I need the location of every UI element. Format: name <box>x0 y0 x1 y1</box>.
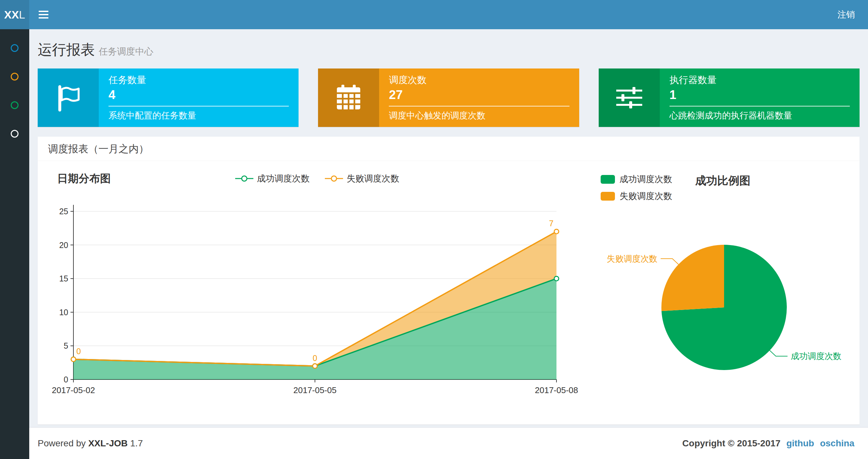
powered-by-text: Powered by <box>38 438 86 448</box>
hamburger-icon <box>39 11 49 12</box>
legend-label: 成功调度次数 <box>257 173 310 185</box>
info-box-description: 系统中配置的任务数量 <box>108 110 289 122</box>
line-chart-head: 日期分布图 成功调度次数 <box>48 170 587 187</box>
legend-swatch-icon <box>601 192 615 201</box>
svg-text:2017-05-02: 2017-05-02 <box>52 385 95 395</box>
svg-text:失败调度次数: 失败调度次数 <box>607 254 657 264</box>
report-panel: 调度报表（一月之内） 日期分布图 成功调度次数 <box>38 137 860 425</box>
svg-text:5: 5 <box>64 341 68 350</box>
svg-text:25: 25 <box>59 207 68 216</box>
info-box-description: 调度中心触发的调度次数 <box>389 110 569 122</box>
info-box-label: 任务数量 <box>108 74 289 87</box>
content-area: 运行报表任务调度中心 任务数量 4 系统中配置的任务数量 <box>29 29 868 427</box>
info-box-executors: 执行器数量 1 心跳检测成功的执行器机器数量 <box>599 68 860 127</box>
page-subtitle: 任务调度中心 <box>99 46 153 57</box>
app-logo[interactable]: XXL <box>0 0 29 29</box>
calendar-icon <box>318 68 379 127</box>
top-navbar: XXL 注销 <box>0 0 868 29</box>
app-logo-light: L <box>19 8 25 21</box>
svg-text:成功调度次数: 成功调度次数 <box>791 351 841 361</box>
version-text: 1.7 <box>130 438 143 448</box>
sliders-icon <box>599 68 660 127</box>
svg-text:2017-05-08: 2017-05-08 <box>535 385 578 395</box>
legend-label: 失败调度次数 <box>619 190 672 202</box>
line-marker-icon <box>324 174 343 183</box>
app-logo-bold: XX <box>4 8 19 21</box>
info-box-jobs: 任务数量 4 系统中配置的任务数量 <box>38 68 299 127</box>
oschina-link[interactable]: oschina <box>820 438 855 449</box>
svg-text:0: 0 <box>76 347 81 356</box>
info-box-label: 执行器数量 <box>670 74 850 87</box>
divider <box>670 106 850 106</box>
legend-item-fail[interactable]: 失败调度次数 <box>324 173 399 185</box>
svg-text:0: 0 <box>313 354 317 363</box>
info-box-content: 执行器数量 1 心跳检测成功的执行器机器数量 <box>660 68 860 127</box>
pie-chart-canvas: 成功调度次数失败调度次数 <box>587 170 850 397</box>
info-box-value: 4 <box>108 88 289 102</box>
logout-link[interactable]: 注销 <box>837 9 855 21</box>
sidebar-item-3[interactable] <box>0 91 29 120</box>
svg-text:20: 20 <box>59 240 68 250</box>
line-marker-icon <box>235 174 254 183</box>
legend-item-success[interactable]: 成功调度次数 <box>601 173 672 185</box>
svg-text:7: 7 <box>549 219 554 228</box>
circle-icon <box>11 44 19 52</box>
line-chart-canvas: 05101520252017-05-022017-05-052017-05-08… <box>48 187 587 395</box>
svg-text:2017-05-05: 2017-05-05 <box>293 385 337 395</box>
svg-text:0: 0 <box>64 375 68 384</box>
date-distribution-chart: 日期分布图 成功调度次数 <box>48 170 587 399</box>
info-box-triggers: 调度次数 27 调度中心触发的调度次数 <box>318 68 579 127</box>
line-chart-legend: 成功调度次数 失败调度次数 <box>48 170 587 185</box>
info-box-value: 1 <box>670 88 850 102</box>
hamburger-icon <box>39 14 49 15</box>
legend-item-fail[interactable]: 失败调度次数 <box>601 190 672 202</box>
brand-text: XXL-JOB <box>88 438 128 448</box>
github-link[interactable]: github <box>786 438 814 449</box>
info-box-row: 任务数量 4 系统中配置的任务数量 <box>29 68 868 127</box>
legend-swatch-icon <box>601 175 615 184</box>
footer-powered: Powered by XXL-JOB 1.7 <box>38 438 143 449</box>
page-title-text: 运行报表 <box>38 41 95 58</box>
flag-icon <box>38 68 99 127</box>
line-chart-title: 日期分布图 <box>57 171 111 186</box>
sidebar-item-4[interactable] <box>0 120 29 148</box>
svg-text:15: 15 <box>59 274 68 283</box>
svg-text:10: 10 <box>59 308 68 317</box>
legend-label: 失败调度次数 <box>347 173 399 185</box>
panel-title: 调度报表（一月之内） <box>38 137 860 161</box>
sidebar-menu <box>0 34 29 148</box>
pie-chart-legend: 成功调度次数 失败调度次数 <box>601 173 672 202</box>
main-footer: Powered by XXL-JOB 1.7 Copyright © 2015-… <box>29 427 868 459</box>
hamburger-icon <box>39 17 49 19</box>
legend-label: 成功调度次数 <box>619 173 672 185</box>
info-box-content: 任务数量 4 系统中配置的任务数量 <box>99 68 299 127</box>
pie-chart-title: 成功比例图 <box>695 173 750 188</box>
page-title: 运行报表任务调度中心 <box>38 40 860 59</box>
navbar-right: 注销 <box>837 0 868 29</box>
circle-icon <box>11 130 19 138</box>
circle-icon <box>11 101 19 109</box>
content-header: 运行报表任务调度中心 <box>29 29 868 68</box>
success-ratio-chart: 成功调度次数 失败调度次数 成功比例图 成功调度次数失败调度次数 <box>587 170 850 399</box>
legend-item-success[interactable]: 成功调度次数 <box>235 173 310 185</box>
circle-icon <box>11 73 19 80</box>
info-box-label: 调度次数 <box>389 74 569 87</box>
copyright-text: Copyright © 2015-2017 <box>682 438 780 449</box>
info-box-description: 心跳检测成功的执行器机器数量 <box>670 110 850 122</box>
info-box-value: 27 <box>389 88 569 102</box>
info-box-content: 调度次数 27 调度中心触发的调度次数 <box>379 68 579 127</box>
footer-copyright: Copyright © 2015-2017 github oschina <box>682 438 855 449</box>
panel-body: 日期分布图 成功调度次数 <box>38 161 860 425</box>
divider <box>389 106 569 106</box>
sidebar <box>0 29 29 459</box>
sidebar-toggle-button[interactable] <box>29 0 58 29</box>
sidebar-item-1[interactable] <box>0 34 29 62</box>
sidebar-item-2[interactable] <box>0 62 29 91</box>
divider <box>108 106 289 106</box>
